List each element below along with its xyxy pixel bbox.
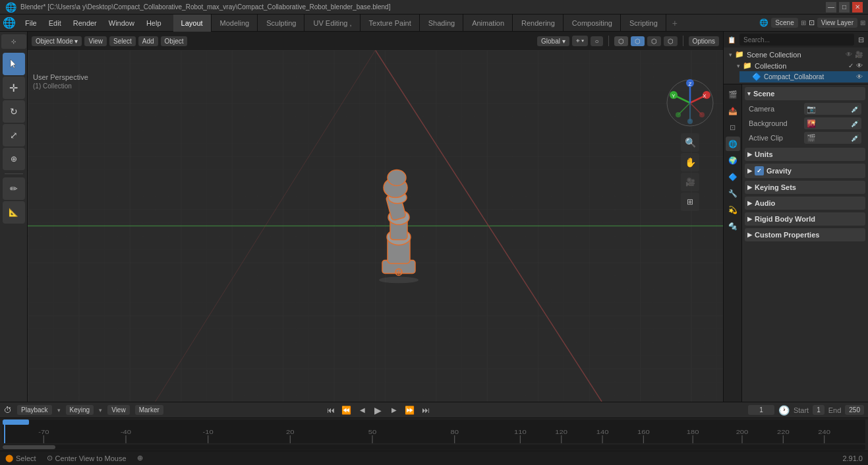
prev-frame-button[interactable]: ◀ [356,404,369,417]
units-header[interactable]: ▶ Units [745,148,865,161]
proportional-button[interactable]: ○ [591,36,602,46]
viewport-mode-indicator[interactable]: ⊹ [1,34,26,49]
object-props-button[interactable]: 🔷 [726,170,740,184]
menu-edit[interactable]: Edit [43,18,67,28]
end-frame-input[interactable]: 250 [845,405,864,415]
scene-selector[interactable]: Scene [771,18,797,28]
zoom-to-selected-button[interactable]: 🔍 [681,133,699,152]
close-button[interactable]: ✕ [852,2,863,13]
robot-eye[interactable]: 👁 [856,73,863,80]
quad-view-button[interactable]: ⊞ [681,193,699,211]
next-keyframe-button[interactable]: ⏩ [403,404,417,417]
tab-rendering[interactable]: Rendering [513,15,564,32]
tab-modeling[interactable]: Modeling [212,15,258,32]
select-tool-button[interactable] [3,53,25,75]
collection-eye[interactable]: ✓ [848,62,854,69]
tab-sculpting[interactable]: Sculpting [258,15,304,32]
viewport-3d[interactable]: Object Mode ▾ View Select Add Object Glo… [28,32,723,402]
audio-header[interactable]: ▶ Audio [745,197,865,210]
collection-camera2[interactable]: 👁 [856,62,863,69]
rendered-button[interactable]: ⬡ [647,36,661,46]
tab-texture-paint[interactable]: Texture Paint [361,15,420,32]
annotate-tool-button[interactable]: ✏ [3,177,25,200]
start-frame-input[interactable]: 1 [813,405,825,415]
menu-render[interactable]: Render [68,18,102,28]
world-props-button[interactable]: 🌍 [726,153,740,168]
solid-button[interactable]: ⬡ [631,36,645,46]
measure-tool-button[interactable]: 📐 [3,201,25,224]
outliner-collection[interactable]: ▾ 📁 Collection ✓ 👁 [732,60,868,71]
snap-button[interactable]: ⌖ ▾ [572,36,589,46]
scene-section-header[interactable]: ▾ Scene [745,87,865,100]
camera-eyedropper[interactable]: 💉 [851,106,859,113]
scale-tool-button[interactable]: ⤢ [3,124,25,146]
blender-logo: 🌐 [5,2,16,13]
bg-eyedropper[interactable]: 💉 [851,120,859,127]
timeline-track-area[interactable]: -70 -40 -10 20 50 80 110 120 140 160 180… [3,419,865,443]
menu-window[interactable]: Window [103,18,140,28]
options-button[interactable]: Options [689,36,719,46]
outliner-filter-icon[interactable]: ⊟ [858,36,864,44]
viewport-mode-button[interactable]: Object Mode ▾ [32,36,82,46]
play-button[interactable]: ▶ [372,404,385,417]
active-clip-value[interactable]: 🎬 💉 [804,132,861,144]
gravity-header[interactable]: ▶ ✓ Gravity [745,164,865,178]
modifier-props-button[interactable]: 🔧 [726,186,740,201]
marker-button[interactable]: Marker [135,405,163,415]
keying-sets-header[interactable]: ▶ Keying Sets [745,181,865,194]
rotate-tool-button[interactable]: ↻ [3,100,25,123]
eevee-button[interactable]: ⬡ [664,36,678,46]
skip-end-button[interactable]: ⏭ [419,404,432,417]
output-props-button[interactable]: 📤 [726,104,740,118]
transform-space-button[interactable]: Global ▾ [537,36,569,46]
keying-menu-button[interactable]: Keying [66,405,94,415]
add-menu-button[interactable]: Add [138,36,158,46]
custom-props-header[interactable]: ▶ Custom Properties [745,228,865,241]
viewlayer-selector[interactable]: View Layer [817,18,857,28]
move-tool-button[interactable]: ✛ [3,77,25,99]
add-workspace-button[interactable]: + [667,15,683,32]
prev-keyframe-button[interactable]: ⏪ [340,404,353,417]
current-frame-input[interactable]: 1 [748,405,774,415]
particles-props-button[interactable]: 💫 [726,202,740,217]
camera-value[interactable]: 📷 💉 [804,103,861,115]
tab-animation[interactable]: Animation [464,15,513,32]
tab-scripting[interactable]: Scripting [622,15,666,32]
skip-start-button[interactable]: ⏮ [324,404,337,417]
tab-shading[interactable]: Shading [420,15,463,32]
tab-uv-editing[interactable]: UV Editing , [305,15,360,32]
tab-compositing[interactable]: Compositing [564,15,621,32]
timeline-view-button[interactable]: View [107,405,130,415]
move-viewport-button[interactable]: ✋ [681,153,699,171]
minimize-button[interactable]: — [826,2,836,13]
scene-collection-camera[interactable]: 🎥 [855,51,863,58]
scene-section-label: Scene [753,90,774,98]
navigation-gizmo[interactable]: X Y Z [664,77,716,129]
outliner-search-input[interactable] [739,34,854,46]
clip-eyedropper[interactable]: 💉 [851,135,859,142]
timeline-scrollbar[interactable] [3,445,865,450]
render-props-button[interactable]: 🎬 [726,87,740,102]
wireframe-button[interactable]: ⬡ [614,36,628,46]
transform-tool-button[interactable]: ⊕ [3,148,25,170]
object-menu-button[interactable]: Object [161,36,188,46]
timeline-scroll-thumb[interactable] [3,445,55,449]
scene-collection-eye[interactable]: 👁 [846,51,852,58]
select-menu-button[interactable]: Select [109,36,136,46]
gravity-checkbox[interactable]: ✓ [755,166,764,175]
scene-props-button[interactable]: 🌐 [726,137,740,151]
playback-menu-button[interactable]: Playback [17,405,52,415]
outliner-scene-collection[interactable]: ▾ 📁 Scene Collection 👁 🎥 [724,49,868,60]
camera-view-button[interactable]: 🎥 [681,173,699,191]
rigid-body-header[interactable]: ▶ Rigid Body World [745,212,865,226]
background-value[interactable]: 🌇 💉 [804,117,861,129]
next-frame-button[interactable]: ▶ [388,404,401,417]
tab-layout[interactable]: Layout [173,15,212,32]
view-menu-button[interactable]: View [84,36,107,46]
menu-file[interactable]: File [20,18,42,28]
physics-props-button[interactable]: 🔩 [726,219,740,233]
menu-help[interactable]: Help [141,18,167,28]
maximize-button[interactable]: □ [839,2,850,13]
outliner-robot-object[interactable]: ▶ 🔷 Compact_Collaborat 👁 [739,71,868,82]
viewlayer-props-button[interactable]: ⊡ [726,120,740,135]
